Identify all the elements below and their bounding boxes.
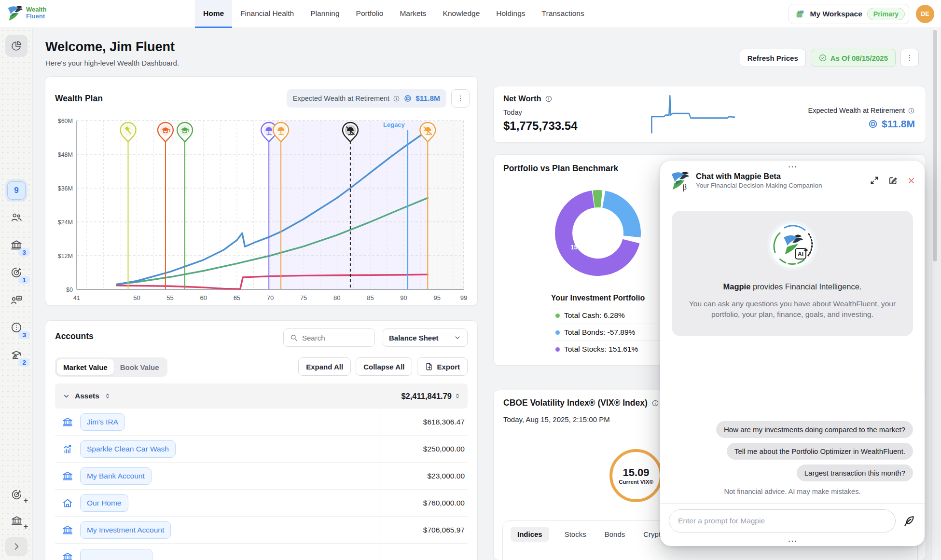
accounts-view-select[interactable]: Balance Sheet — [383, 328, 468, 347]
market-tab-indices[interactable]: Indices — [511, 527, 549, 542]
nav-tab-portfolio[interactable]: Portfolio — [348, 0, 392, 28]
sidebar-item-goals[interactable]: 1 — [7, 263, 26, 282]
account-link[interactable]: Jim's IRA — [80, 413, 125, 431]
expected-wealth-badge[interactable]: Expected Wealth at Retirement $11.8M — [287, 89, 446, 108]
svg-text:β: β — [683, 182, 687, 191]
sidebar-item-more[interactable]: 3 — [7, 318, 26, 337]
app-logo[interactable]: Wealth Fluent — [6, 4, 46, 22]
page-scrollbar[interactable] — [931, 28, 938, 560]
portfolio-legend: Total Cash: 6.28%Total Bonds: -57.89%Tot… — [555, 307, 673, 357]
chat-prompt-input[interactable] — [669, 509, 896, 533]
chevron-down-icon[interactable] — [63, 393, 70, 400]
quill-send-icon[interactable] — [902, 514, 916, 528]
accounts-search[interactable] — [283, 328, 375, 347]
sort-icon[interactable] — [454, 393, 461, 399]
toggle-market-value[interactable]: Market Value — [57, 359, 114, 375]
header-more-button[interactable] — [900, 49, 919, 67]
goals-count-badge: 1 — [18, 276, 30, 284]
accounts-count-badge: 3 — [18, 248, 30, 257]
expand-all-button[interactable]: Expand All — [298, 357, 351, 376]
legend-item[interactable]: Total Cash: 6.28% — [555, 307, 673, 324]
sidebar-expand-button[interactable] — [5, 537, 28, 556]
account-link[interactable]: My Investment Account — [80, 521, 171, 539]
expected-wealth-value: $11.8M — [882, 118, 915, 130]
export-icon — [425, 362, 433, 371]
info-icon[interactable] — [545, 95, 553, 103]
new-chat-icon[interactable] — [888, 176, 898, 186]
svg-text:80: 80 — [333, 294, 340, 301]
accounts-search-input[interactable] — [302, 334, 360, 342]
sidebar-item-dashboard[interactable] — [5, 35, 28, 57]
svg-text:$12M: $12M — [58, 253, 73, 260]
nav-tab-holdings[interactable]: Holdings — [488, 0, 533, 28]
milestone-pin[interactable] — [158, 123, 173, 142]
donut-label: 152% — [570, 244, 587, 251]
market-tab-stocks[interactable]: Stocks — [562, 527, 589, 542]
assets-group-header[interactable]: Assets $2,411,841.79 — [55, 383, 468, 409]
assets-group-label: Assets — [75, 392, 99, 400]
market-tab-bonds[interactable]: Bonds — [602, 527, 628, 542]
refresh-prices-button[interactable]: Refresh Prices — [740, 49, 806, 67]
milestone-pin[interactable] — [177, 123, 193, 142]
wealth-plan-title: Wealth Plan — [55, 94, 103, 104]
wealth-plan-chart[interactable]: $60M$48M$36M$24M$12M$0415055606570758085… — [52, 106, 471, 303]
info-icon[interactable] — [908, 107, 915, 114]
nav-tab-planning[interactable]: Planning — [302, 0, 347, 28]
toggle-book-value[interactable]: Book Value — [114, 359, 166, 375]
chat-suggestion-pill[interactable]: How are my investments doing compared to… — [716, 421, 913, 438]
vix-date: Today, Aug 15, 2025, 2:15:00 PM — [503, 415, 610, 423]
scrollbar-thumb[interactable] — [933, 30, 937, 261]
chat-suggestion-pill[interactable]: Tell me about the Portfolio Optimizer in… — [727, 443, 913, 460]
chat-resize-handle-icon[interactable] — [786, 538, 799, 544]
workspace-icon — [795, 9, 805, 19]
legend-item[interactable]: Total Bonds: -57.89% — [555, 324, 673, 341]
chat-welcome-card: AI Magpie provides Financial Intelligenc… — [672, 211, 913, 336]
sidebar-item-advisor[interactable] — [7, 290, 26, 310]
svg-text:AI: AI — [798, 251, 803, 258]
bank-icon — [62, 470, 73, 482]
user-avatar[interactable]: DE — [916, 5, 934, 23]
pie-chart-icon — [11, 40, 22, 52]
account-link[interactable]: Our Home — [80, 494, 128, 512]
legend-title: Your Investment Portfolio — [540, 294, 656, 302]
account-link[interactable]: My Bank Account — [80, 467, 152, 485]
portfolio-donut-chart[interactable]: 152% — [555, 190, 641, 276]
info-icon[interactable] — [651, 399, 659, 407]
account-link[interactable]: Sparkle Clean Car Wash — [80, 440, 176, 458]
svg-text:65: 65 — [234, 294, 240, 301]
svg-text:75: 75 — [300, 294, 307, 301]
legend-item[interactable]: Total Stocks: 151.61% — [555, 341, 673, 357]
export-button[interactable]: Export — [417, 357, 468, 376]
close-icon[interactable] — [907, 176, 916, 185]
milestone-pin[interactable] — [120, 123, 136, 142]
nav-tab-home[interactable]: Home — [195, 0, 232, 28]
nav-tab-knowledge[interactable]: Knowledge — [435, 0, 488, 28]
add-account-button[interactable]: + — [7, 511, 26, 530]
account-value: $706,065.97 — [423, 526, 465, 534]
workspace-label: My Workspace — [810, 10, 862, 18]
nav-tab-transactions[interactable]: Transactions — [534, 0, 593, 28]
sort-icon[interactable] — [104, 393, 111, 399]
wealth-plan-more-button[interactable] — [451, 89, 470, 108]
account-link[interactable] — [80, 549, 152, 560]
check-circle-icon — [818, 54, 827, 62]
chat-welcome-line: Magpie provides Financial Intelligence. — [672, 282, 913, 291]
sidebar-counter-button[interactable]: 9 — [7, 181, 26, 200]
vix-title: CBOE Volatility Index® (VIX® Index) — [503, 398, 648, 408]
nav-tab-financial-health[interactable]: Financial Health — [232, 0, 302, 28]
expand-icon[interactable] — [870, 176, 879, 185]
nav-tab-markets[interactable]: Markets — [391, 0, 434, 28]
workspace-selector[interactable]: My Workspace Primary — [789, 4, 909, 24]
main-nav: HomeFinancial HealthPlanningPortfolioMar… — [195, 0, 593, 28]
plus-icon: + — [24, 496, 28, 505]
chat-suggestion-pill[interactable]: Largest transaction this month? — [797, 464, 913, 481]
chevron-right-icon — [12, 542, 21, 551]
sidebar-item-education[interactable]: 2 — [7, 345, 26, 365]
workspace-primary-badge: Primary — [867, 8, 905, 20]
collapse-all-button[interactable]: Collapse All — [356, 357, 412, 376]
sidebar-item-accounts[interactable]: 3 — [7, 235, 26, 255]
sidebar-item-family[interactable] — [7, 208, 26, 227]
info-icon — [393, 95, 400, 102]
as-of-date-button[interactable]: As Of 08/15/2025 — [811, 49, 896, 67]
add-goal-button[interactable]: + — [7, 485, 26, 504]
